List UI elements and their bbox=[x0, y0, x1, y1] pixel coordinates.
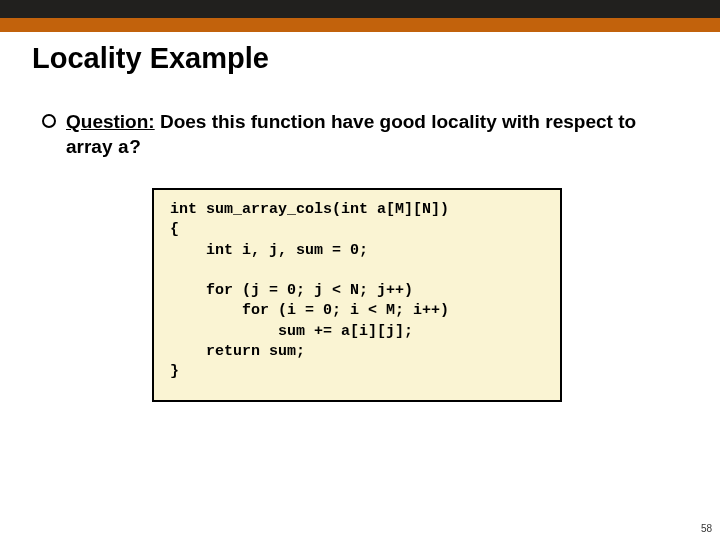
bullet-row: Question: Does this function have good l… bbox=[42, 110, 672, 160]
code-box: int sum_array_cols(int a[M][N]) { int i,… bbox=[152, 188, 562, 402]
slide: Locality Example Question: Does this fun… bbox=[0, 0, 720, 540]
question-part2: ? bbox=[129, 136, 141, 157]
question-text: Question: Does this function have good l… bbox=[66, 110, 672, 160]
body: Question: Does this function have good l… bbox=[42, 110, 672, 160]
accent-bar bbox=[0, 18, 720, 32]
question-label: Question: bbox=[66, 111, 155, 132]
page-title: Locality Example bbox=[32, 42, 269, 75]
bullet-icon bbox=[42, 114, 56, 128]
code-listing: int sum_array_cols(int a[M][N]) { int i,… bbox=[170, 200, 544, 382]
question-var: a bbox=[118, 137, 129, 159]
top-bar bbox=[0, 0, 720, 18]
page-number: 58 bbox=[701, 523, 712, 534]
